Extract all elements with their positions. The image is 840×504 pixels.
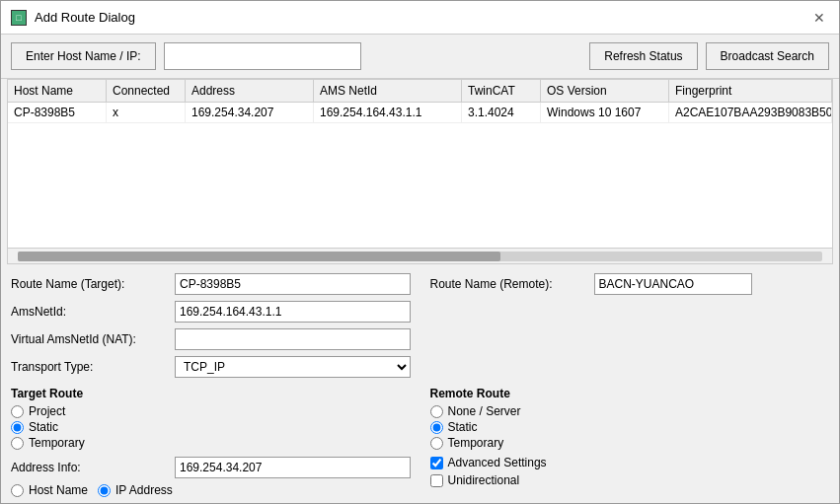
table-body: CP-8398B5 x 169.254.34.207 169.254.164.4… (8, 103, 832, 248)
route-name-remote-label: Route Name (Remote): (430, 277, 588, 291)
remote-route-group: Remote Route None / Server Static Tempor… (430, 387, 830, 450)
form-left: Route Name (Target): AmsNetId: Virtual A… (11, 272, 411, 379)
cell-fingerprint: A2CAE107BAA293B9083B50453BE1D9F (669, 103, 832, 122)
cell-twincat: 3.1.4024 (462, 103, 541, 122)
host-name-input[interactable] (164, 42, 361, 70)
col-os-version: OS Version (541, 80, 669, 102)
table-row[interactable]: CP-8398B5 x 169.254.34.207 169.254.164.4… (8, 103, 832, 123)
remote-route-temporary-radio[interactable] (430, 437, 443, 450)
target-route-temporary-radio[interactable] (11, 437, 24, 450)
route-name-target-label: Route Name (Target): (11, 277, 169, 291)
cell-host-name: CP-8398B5 (8, 103, 107, 122)
addr-type-ip-radio[interactable] (98, 484, 111, 497)
dialog-title: Add Route Dialog (35, 10, 135, 25)
host-table: Host Name Connected Address AMS NetId Tw… (7, 79, 833, 264)
toolbar: Enter Host Name / IP: Refresh Status Bro… (1, 35, 839, 79)
addr-type-hostname-radio[interactable] (11, 484, 24, 497)
target-route-project-radio[interactable] (11, 405, 24, 418)
broadcast-search-button[interactable]: Broadcast Search (706, 42, 829, 70)
col-twincat: TwinCAT (462, 80, 541, 102)
transport-type-select[interactable]: TCP_IP UDP (175, 356, 411, 378)
route-name-target-input[interactable] (175, 273, 411, 295)
bottom-section: Address Info: Host Name IP Address Advan… (1, 454, 839, 503)
advanced-settings-label: Advanced Settings (448, 456, 547, 469)
cell-ams-netid: 169.254.164.43.1.1 (314, 103, 462, 122)
dialog-icon: □ (11, 10, 27, 26)
remote-route-static-label: Static (448, 420, 478, 434)
remote-route-temporary-label: Temporary (448, 436, 504, 450)
route-options: Target Route Project Static Temporary Re… (1, 387, 839, 454)
ams-netid-input[interactable] (175, 301, 411, 323)
cell-connected: x (107, 103, 186, 122)
remote-route-static-radio[interactable] (430, 421, 443, 434)
cell-os-version: Windows 10 1607 (541, 103, 669, 122)
target-route-static-label: Static (29, 420, 58, 434)
col-connected: Connected (107, 80, 186, 102)
unidirectional-checkbox[interactable] (430, 474, 443, 487)
enter-host-button[interactable]: Enter Host Name / IP: (11, 42, 156, 70)
refresh-status-button[interactable]: Refresh Status (589, 42, 697, 70)
target-route-group: Target Route Project Static Temporary (11, 387, 411, 450)
target-route-static-radio[interactable] (11, 421, 24, 434)
col-fingerprint: Fingerprint (669, 80, 832, 102)
title-bar: □ Add Route Dialog ✕ (1, 1, 839, 35)
ams-netid-label: AmsNetId: (11, 305, 169, 319)
col-host-name: Host Name (8, 80, 107, 102)
unidirectional-label: Unidirectional (448, 473, 520, 487)
target-route-title: Target Route (11, 387, 411, 400)
horizontal-scrollbar[interactable] (8, 248, 832, 263)
remote-route-none-radio[interactable] (430, 405, 443, 418)
virtual-ams-input[interactable] (175, 328, 411, 350)
table-header: Host Name Connected Address AMS NetId Tw… (8, 80, 832, 103)
route-name-remote-input[interactable] (594, 273, 752, 295)
transport-type-label: Transport Type: (11, 360, 169, 374)
close-button[interactable]: ✕ (809, 8, 829, 28)
remote-route-title: Remote Route (430, 387, 830, 400)
virtual-ams-label: Virtual AmsNetId (NAT): (11, 332, 169, 346)
address-info-input[interactable] (175, 457, 411, 478)
address-info-label: Address Info: (11, 461, 169, 474)
col-ams-netid: AMS NetId (314, 80, 462, 102)
add-route-dialog: □ Add Route Dialog ✕ Enter Host Name / I… (0, 0, 840, 504)
bottom-left: Address Info: Host Name IP Address (11, 456, 411, 497)
remote-route-none-label: None / Server (448, 404, 521, 418)
addr-type-hostname-label: Host Name (29, 483, 88, 497)
bottom-right: Advanced Settings Unidirectional (430, 456, 830, 497)
cell-address: 169.254.34.207 (186, 103, 314, 122)
form-right: Route Name (Remote): (430, 272, 830, 379)
advanced-settings-checkbox[interactable] (430, 457, 443, 469)
target-route-project-label: Project (29, 404, 65, 418)
col-address: Address (186, 80, 314, 102)
target-route-temporary-label: Temporary (29, 436, 85, 450)
addr-type-ip-label: IP Address (115, 483, 173, 497)
form-section: Route Name (Target): AmsNetId: Virtual A… (1, 264, 839, 387)
